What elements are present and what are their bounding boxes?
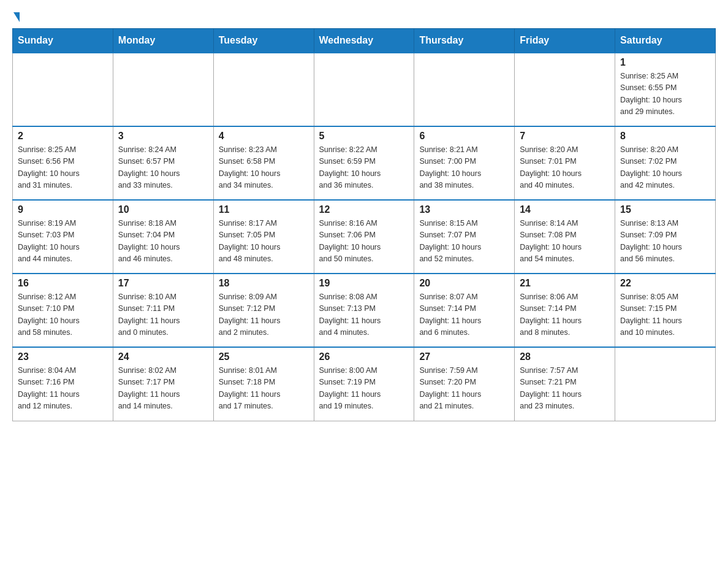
day-info: Sunrise: 8:06 AMSunset: 7:14 PMDaylight:… [520, 291, 610, 339]
empty-cell [13, 53, 113, 126]
empty-cell [314, 53, 414, 126]
day-cell-15: 15Sunrise: 8:13 AMSunset: 7:09 PMDayligh… [615, 200, 716, 274]
day-info: Sunrise: 8:07 AMSunset: 7:14 PMDaylight:… [419, 291, 509, 339]
day-info: Sunrise: 8:10 AMSunset: 7:11 PMDaylight:… [118, 291, 208, 339]
column-header-monday: Monday [113, 29, 213, 53]
day-cell-26: 26Sunrise: 8:00 AMSunset: 7:19 PMDayligh… [314, 347, 414, 421]
week-row-4: 16Sunrise: 8:12 AMSunset: 7:10 PMDayligh… [13, 274, 716, 347]
calendar-header-row: SundayMondayTuesdayWednesdayThursdayFrid… [13, 29, 716, 53]
day-number: 23 [18, 351, 108, 362]
column-header-tuesday: Tuesday [213, 29, 314, 53]
day-info: Sunrise: 8:04 AMSunset: 7:16 PMDaylight:… [18, 365, 108, 413]
day-info: Sunrise: 8:09 AMSunset: 7:12 PMDaylight:… [219, 291, 309, 339]
day-info: Sunrise: 8:25 AMSunset: 6:55 PMDaylight:… [620, 71, 710, 118]
page-header [12, 12, 716, 22]
day-cell-5: 5Sunrise: 8:22 AMSunset: 6:59 PMDaylight… [314, 126, 414, 200]
day-cell-24: 24Sunrise: 8:02 AMSunset: 7:17 PMDayligh… [113, 347, 213, 421]
day-number: 1 [620, 57, 710, 68]
day-number: 22 [620, 278, 710, 289]
empty-cell [414, 53, 515, 126]
calendar-table: SundayMondayTuesdayWednesdayThursdayFrid… [12, 28, 716, 421]
week-row-3: 9Sunrise: 8:19 AMSunset: 7:03 PMDaylight… [13, 200, 716, 274]
day-number: 17 [118, 278, 208, 289]
day-info: Sunrise: 7:57 AMSunset: 7:21 PMDaylight:… [520, 365, 610, 413]
day-number: 12 [319, 204, 409, 215]
day-info: Sunrise: 8:15 AMSunset: 7:07 PMDaylight:… [419, 218, 509, 266]
day-cell-22: 22Sunrise: 8:05 AMSunset: 7:15 PMDayligh… [615, 274, 716, 347]
day-info: Sunrise: 8:23 AMSunset: 6:58 PMDaylight:… [219, 144, 309, 192]
day-number: 27 [419, 351, 509, 362]
day-cell-9: 9Sunrise: 8:19 AMSunset: 7:03 PMDaylight… [13, 200, 113, 274]
day-info: Sunrise: 8:02 AMSunset: 7:17 PMDaylight:… [118, 365, 208, 413]
day-cell-13: 13Sunrise: 8:15 AMSunset: 7:07 PMDayligh… [414, 200, 515, 274]
day-info: Sunrise: 8:05 AMSunset: 7:15 PMDaylight:… [620, 291, 710, 339]
day-number: 20 [419, 278, 509, 289]
day-cell-11: 11Sunrise: 8:17 AMSunset: 7:05 PMDayligh… [213, 200, 314, 274]
day-number: 19 [319, 278, 409, 289]
day-info: Sunrise: 8:25 AMSunset: 6:56 PMDaylight:… [18, 144, 108, 192]
day-cell-2: 2Sunrise: 8:25 AMSunset: 6:56 PMDaylight… [13, 126, 113, 200]
day-number: 11 [219, 204, 309, 215]
day-cell-7: 7Sunrise: 8:20 AMSunset: 7:01 PMDaylight… [515, 126, 615, 200]
week-row-1: 1Sunrise: 8:25 AMSunset: 6:55 PMDaylight… [13, 53, 716, 126]
week-row-2: 2Sunrise: 8:25 AMSunset: 6:56 PMDaylight… [13, 126, 716, 200]
day-cell-28: 28Sunrise: 7:57 AMSunset: 7:21 PMDayligh… [515, 347, 615, 421]
day-number: 25 [219, 351, 309, 362]
empty-cell [213, 53, 314, 126]
day-number: 2 [18, 131, 108, 142]
day-info: Sunrise: 8:22 AMSunset: 6:59 PMDaylight:… [319, 144, 409, 192]
day-cell-17: 17Sunrise: 8:10 AMSunset: 7:11 PMDayligh… [113, 274, 213, 347]
day-cell-10: 10Sunrise: 8:18 AMSunset: 7:04 PMDayligh… [113, 200, 213, 274]
column-header-wednesday: Wednesday [314, 29, 414, 53]
column-header-sunday: Sunday [13, 29, 113, 53]
empty-cell [113, 53, 213, 126]
day-info: Sunrise: 8:00 AMSunset: 7:19 PMDaylight:… [319, 365, 409, 413]
column-header-friday: Friday [515, 29, 615, 53]
day-cell-23: 23Sunrise: 8:04 AMSunset: 7:16 PMDayligh… [13, 347, 113, 421]
day-info: Sunrise: 8:08 AMSunset: 7:13 PMDaylight:… [319, 291, 409, 339]
day-cell-6: 6Sunrise: 8:21 AMSunset: 7:00 PMDaylight… [414, 126, 515, 200]
day-cell-1: 1Sunrise: 8:25 AMSunset: 6:55 PMDaylight… [615, 53, 716, 126]
day-number: 13 [419, 204, 509, 215]
day-info: Sunrise: 7:59 AMSunset: 7:20 PMDaylight:… [419, 365, 509, 413]
day-number: 3 [118, 131, 208, 142]
day-cell-14: 14Sunrise: 8:14 AMSunset: 7:08 PMDayligh… [515, 200, 615, 274]
empty-cell [515, 53, 615, 126]
day-info: Sunrise: 8:20 AMSunset: 7:02 PMDaylight:… [620, 144, 710, 192]
day-info: Sunrise: 8:20 AMSunset: 7:01 PMDaylight:… [520, 144, 610, 192]
day-info: Sunrise: 8:24 AMSunset: 6:57 PMDaylight:… [118, 144, 208, 192]
day-number: 14 [520, 204, 610, 215]
column-header-saturday: Saturday [615, 29, 716, 53]
day-number: 7 [520, 131, 610, 142]
day-cell-4: 4Sunrise: 8:23 AMSunset: 6:58 PMDaylight… [213, 126, 314, 200]
logo [12, 12, 20, 22]
day-number: 21 [520, 278, 610, 289]
day-cell-19: 19Sunrise: 8:08 AMSunset: 7:13 PMDayligh… [314, 274, 414, 347]
day-number: 9 [18, 204, 108, 215]
day-cell-25: 25Sunrise: 8:01 AMSunset: 7:18 PMDayligh… [213, 347, 314, 421]
day-number: 8 [620, 131, 710, 142]
day-number: 4 [219, 131, 309, 142]
day-number: 28 [520, 351, 610, 362]
day-number: 10 [118, 204, 208, 215]
day-number: 16 [18, 278, 108, 289]
day-cell-27: 27Sunrise: 7:59 AMSunset: 7:20 PMDayligh… [414, 347, 515, 421]
day-info: Sunrise: 8:18 AMSunset: 7:04 PMDaylight:… [118, 218, 208, 266]
day-number: 24 [118, 351, 208, 362]
day-cell-8: 8Sunrise: 8:20 AMSunset: 7:02 PMDaylight… [615, 126, 716, 200]
day-cell-21: 21Sunrise: 8:06 AMSunset: 7:14 PMDayligh… [515, 274, 615, 347]
day-cell-12: 12Sunrise: 8:16 AMSunset: 7:06 PMDayligh… [314, 200, 414, 274]
logo-arrow-icon [13, 12, 20, 22]
day-cell-20: 20Sunrise: 8:07 AMSunset: 7:14 PMDayligh… [414, 274, 515, 347]
day-number: 5 [319, 131, 409, 142]
column-header-thursday: Thursday [414, 29, 515, 53]
day-info: Sunrise: 8:16 AMSunset: 7:06 PMDaylight:… [319, 218, 409, 266]
day-info: Sunrise: 8:12 AMSunset: 7:10 PMDaylight:… [18, 291, 108, 339]
empty-cell [615, 347, 716, 421]
day-info: Sunrise: 8:17 AMSunset: 7:05 PMDaylight:… [219, 218, 309, 266]
day-cell-16: 16Sunrise: 8:12 AMSunset: 7:10 PMDayligh… [13, 274, 113, 347]
day-info: Sunrise: 8:19 AMSunset: 7:03 PMDaylight:… [18, 218, 108, 266]
day-number: 26 [319, 351, 409, 362]
day-info: Sunrise: 8:21 AMSunset: 7:00 PMDaylight:… [419, 144, 509, 192]
day-number: 6 [419, 131, 509, 142]
